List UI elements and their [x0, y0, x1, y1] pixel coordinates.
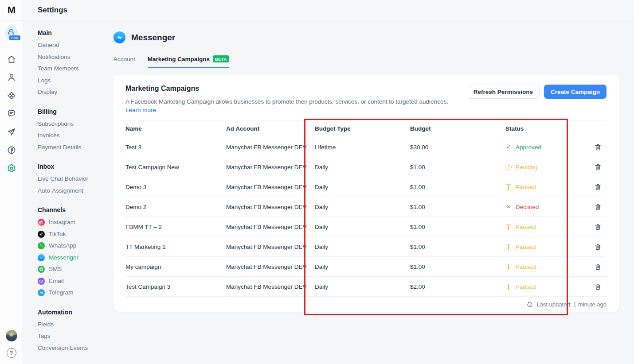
- ad-account: Manychat FB Messenger DEV: [226, 244, 315, 250]
- sidebar-item-subscriptions[interactable]: Subscriptions: [38, 118, 113, 130]
- refresh-icon[interactable]: [526, 301, 533, 308]
- sidebar-item-general[interactable]: General: [38, 39, 113, 51]
- refresh-permissions-button[interactable]: Refresh Permissions: [467, 85, 540, 99]
- user-avatar[interactable]: [6, 330, 17, 341]
- home-icon[interactable]: [6, 54, 17, 65]
- budget: $1.00: [410, 224, 505, 230]
- sidebar-item-live-chat-behavior[interactable]: Live Chat Behavior: [38, 173, 113, 185]
- sidebar-item-payment-details[interactable]: Payment Details: [38, 142, 113, 154]
- ad-account: Manychat FB Messenger DEV: [226, 144, 315, 151]
- section-title-automation: Automation: [38, 309, 113, 316]
- trash-icon: [594, 243, 602, 251]
- budget-type: Daily: [315, 164, 410, 170]
- marketing-campaigns-card: Marketing Campaigns A Facebook Marketing…: [113, 75, 619, 312]
- campaign-name: Demo 2: [125, 204, 226, 210]
- tiktok-icon: [38, 231, 45, 238]
- top-bar: Settings: [23, 0, 634, 20]
- sidebar-item-whatsapp[interactable]: WhatsApp: [38, 240, 113, 252]
- section-title-billing: Billing: [38, 108, 113, 115]
- delete-campaign-button[interactable]: [591, 280, 604, 293]
- sidebar-item-tags[interactable]: Tags: [38, 330, 113, 342]
- status-badge: Paused: [505, 263, 576, 270]
- sidebar-item-notifications[interactable]: Notifications: [38, 51, 113, 63]
- delete-campaign-button[interactable]: [591, 181, 604, 193]
- column-header-status: Status: [505, 125, 576, 132]
- contacts-icon[interactable]: [6, 72, 17, 83]
- campaign-name: FBMM TT – 2: [125, 224, 226, 230]
- status-badge: Paused: [505, 184, 576, 190]
- sidebar-item-team-members[interactable]: Team Members: [38, 63, 113, 75]
- help-icon[interactable]: ?: [7, 348, 16, 358]
- campaign-name: TT Marketing 1: [125, 244, 226, 250]
- delete-campaign-button[interactable]: [591, 141, 604, 153]
- channel-page-title: Messenger: [131, 33, 175, 43]
- sidebar-item-telegram[interactable]: Telegram: [38, 287, 113, 299]
- settings-sidebar: Main General Notifications Team Members …: [23, 20, 113, 364]
- campaign-name: Test 3: [125, 144, 226, 151]
- pro-badge: PRO: [9, 35, 20, 40]
- column-header-ad-account: Ad Account: [226, 125, 315, 132]
- delete-campaign-button[interactable]: [591, 221, 604, 233]
- sidebar-item-fields[interactable]: Fields: [38, 319, 113, 331]
- tab-bar: Account Marketing Campaigns BETA: [113, 55, 619, 68]
- instagram-icon: [38, 219, 45, 226]
- budget-type: Daily: [315, 204, 410, 210]
- trash-icon: [594, 223, 602, 231]
- facebook-ads-icon[interactable]: [6, 145, 17, 155]
- sidebar-item-email[interactable]: Email: [38, 275, 113, 287]
- table-footer: Last updated: 1 minute ago: [125, 297, 607, 312]
- tab-account[interactable]: Account: [113, 55, 135, 68]
- budget: $1.00: [410, 184, 505, 190]
- account-switcher[interactable]: PRO: [0, 20, 23, 45]
- budget: $1.00: [410, 244, 505, 250]
- ad-account: Manychat FB Messenger DEV: [226, 164, 315, 170]
- trash-icon: [594, 143, 602, 151]
- trash-icon: [594, 163, 602, 171]
- section-title-inbox: Inbox: [38, 163, 113, 170]
- card-description: A Facebook Marketing Campaign allows bus…: [125, 98, 448, 106]
- broadcasting-icon[interactable]: [6, 127, 17, 137]
- column-header-name: Name: [125, 125, 226, 132]
- budget: $2.00: [410, 283, 505, 290]
- status-badge: Paused: [505, 283, 576, 290]
- sidebar-item-messenger[interactable]: Messenger: [38, 252, 113, 264]
- create-campaign-button[interactable]: Create Campaign: [544, 85, 607, 99]
- automation-icon[interactable]: [6, 90, 17, 101]
- beta-badge: BETA: [213, 55, 229, 62]
- trash-icon: [594, 283, 602, 290]
- main-content: Messenger Account Marketing Campaigns BE…: [113, 20, 634, 364]
- learn-more-link[interactable]: Learn more: [125, 106, 156, 114]
- email-icon: [38, 278, 45, 285]
- budget-type: Daily: [315, 283, 410, 290]
- delete-campaign-button[interactable]: [591, 240, 604, 253]
- budget-type: Lifetime: [315, 144, 410, 151]
- telegram-icon: [38, 289, 45, 296]
- campaign-name: Test Campaign New: [125, 164, 226, 170]
- trash-icon: [594, 203, 602, 211]
- status-pending-icon: [505, 164, 512, 170]
- manychat-logo[interactable]: M: [0, 0, 23, 20]
- table-row: FBMM TT – 2 Manychat FB Messenger DEV Da…: [125, 217, 607, 237]
- sidebar-item-auto-assignment[interactable]: Auto-Assignment: [38, 185, 113, 197]
- delete-campaign-button[interactable]: [591, 201, 604, 213]
- sidebar-item-display[interactable]: Display: [38, 86, 113, 98]
- settings-icon[interactable]: [6, 163, 17, 174]
- sidebar-item-logs[interactable]: Logs: [38, 75, 113, 87]
- delete-campaign-button[interactable]: [591, 260, 604, 273]
- budget: $1.00: [410, 204, 505, 210]
- sidebar-item-tiktok[interactable]: TikTok: [38, 228, 113, 240]
- sidebar-item-sms[interactable]: SMS: [38, 263, 113, 275]
- tab-marketing-campaigns[interactable]: Marketing Campaigns BETA: [148, 55, 229, 68]
- sidebar-item-invoices[interactable]: Invoices: [38, 130, 113, 142]
- column-header-budget: Budget: [410, 125, 505, 132]
- sidebar-item-conversion-events[interactable]: Conversion Events: [38, 342, 113, 354]
- ad-account: Manychat FB Messenger DEV: [226, 184, 315, 190]
- delete-campaign-button[interactable]: [591, 161, 604, 173]
- sidebar-item-instagram[interactable]: Instagram: [38, 217, 113, 228]
- last-updated-text: Last updated: 1 minute ago: [536, 301, 607, 308]
- live-chat-icon[interactable]: [6, 108, 17, 119]
- budget: $1.00: [410, 164, 505, 170]
- campaigns-table: Name Ad Account Budget Type Budget Statu…: [125, 120, 607, 312]
- workspace-avatar[interactable]: PRO: [5, 26, 18, 39]
- status-badge: Pending: [505, 164, 576, 170]
